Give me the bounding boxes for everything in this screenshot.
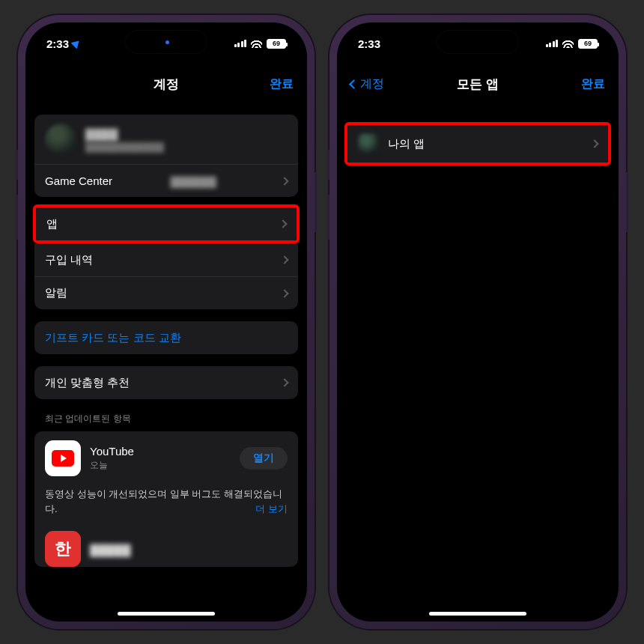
location-icon xyxy=(70,37,82,49)
chevron-right-icon xyxy=(590,139,598,148)
status-time: 2:33 xyxy=(46,37,69,50)
nav-bar: 계정 완료 xyxy=(25,58,307,100)
my-apps-label: 나의 앱 xyxy=(388,137,425,151)
game-center-label: Game Center xyxy=(45,174,112,187)
chevron-right-icon xyxy=(280,177,288,185)
highlight-my-apps: 나의 앱 xyxy=(344,122,611,165)
done-button[interactable]: 완료 xyxy=(270,76,294,92)
dynamic-island xyxy=(437,30,519,54)
youtube-name: YouTube xyxy=(90,445,134,458)
home-indicator[interactable] xyxy=(118,612,215,616)
more-link[interactable]: 더 보기 xyxy=(255,502,288,517)
highlight-apps: 앱 xyxy=(33,204,300,243)
redeem-label: 기프트 카드 또는 코드 교환 xyxy=(45,331,181,345)
wifi-icon xyxy=(562,39,574,48)
profile-name: ▓▓▓▓ xyxy=(85,127,164,140)
game-center-row[interactable]: Game Center ▓▓▓▓▓▓ xyxy=(34,164,298,197)
chevron-left-icon xyxy=(349,79,359,89)
avatar xyxy=(45,124,76,155)
profile-row[interactable]: ▓▓▓▓ ▓▓▓▓▓▓▓▓▓▓▓▓ xyxy=(34,115,298,164)
personalized-row[interactable]: 개인 맞춤형 추천 xyxy=(34,366,298,399)
youtube-icon xyxy=(45,440,81,476)
my-apps-row[interactable]: 나의 앱 xyxy=(347,125,608,162)
youtube-desc: 동영상 성능이 개선되었으며 일부 버그도 해결되었습니다. 더 보기 xyxy=(34,485,298,523)
apps-row[interactable]: 앱 xyxy=(36,207,297,240)
phone-right: 2:33 69 계정 모든 앱 완료 나의 앱 xyxy=(329,15,626,629)
game-center-value: ▓▓▓▓▓▓ xyxy=(170,175,216,187)
done-button[interactable]: 완료 xyxy=(581,76,605,92)
avatar-small xyxy=(358,133,379,154)
chevron-right-icon xyxy=(280,289,288,297)
cellular-icon xyxy=(546,40,559,47)
chevron-right-icon xyxy=(279,219,287,228)
purchases-label: 구입 내역 xyxy=(45,253,93,267)
personalized-label: 개인 맞춤형 추천 xyxy=(45,376,130,390)
nav-bar: 계정 모든 앱 완료 xyxy=(337,58,619,100)
cellular-icon xyxy=(234,40,247,47)
screen-all-apps: 2:33 69 계정 모든 앱 완료 나의 앱 xyxy=(337,22,619,622)
notifications-row[interactable]: 알림 xyxy=(34,276,298,309)
back-button[interactable]: 계정 xyxy=(350,76,384,92)
screen-account: 2:33 69 계정 완료 ▓▓▓▓ ▓▓▓▓▓▓▓▓▓▓▓▓ xyxy=(25,22,307,622)
notifications-label: 알림 xyxy=(45,286,67,300)
partial-app-row[interactable]: 한 ▓▓▓▓▓ xyxy=(34,523,298,567)
phone-left: 2:33 69 계정 완료 ▓▓▓▓ ▓▓▓▓▓▓▓▓▓▓▓▓ xyxy=(18,15,315,629)
purchases-row[interactable]: 구입 내역 xyxy=(34,243,298,276)
chevron-right-icon xyxy=(280,378,288,386)
status-time: 2:33 xyxy=(358,37,380,50)
battery-icon: 69 xyxy=(267,39,286,49)
app-icon: 한 xyxy=(45,531,81,567)
page-title: 계정 xyxy=(154,76,179,93)
profile-sub: ▓▓▓▓▓▓▓▓▓▓▓▓ xyxy=(85,142,164,152)
open-button[interactable]: 열기 xyxy=(240,447,288,470)
youtube-date: 오늘 xyxy=(90,459,134,472)
youtube-row[interactable]: YouTube 오늘 열기 xyxy=(34,431,298,485)
dynamic-island xyxy=(125,30,207,54)
wifi-icon xyxy=(251,39,262,48)
recent-updates-header: 최근 업데이트된 항목 xyxy=(34,399,298,431)
battery-icon: 69 xyxy=(578,39,598,49)
redeem-row[interactable]: 기프트 카드 또는 코드 교환 xyxy=(34,321,298,354)
apps-label: 앱 xyxy=(46,217,58,231)
partial-app-name: ▓▓▓▓▓ xyxy=(90,543,131,556)
home-indicator[interactable] xyxy=(429,612,526,616)
chevron-right-icon xyxy=(280,255,288,264)
page-title: 모든 앱 xyxy=(457,76,499,93)
profile-group: ▓▓▓▓ ▓▓▓▓▓▓▓▓▓▓▓▓ Game Center ▓▓▓▓▓▓ xyxy=(34,115,298,197)
